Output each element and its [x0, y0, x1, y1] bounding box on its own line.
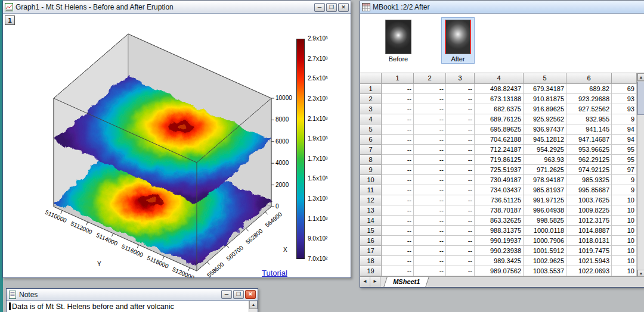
table-cell[interactable]: 10: [612, 216, 637, 226]
table-cell[interactable]: --: [414, 84, 446, 94]
table-cell[interactable]: 10: [612, 236, 637, 246]
table-cell[interactable]: --: [446, 216, 475, 226]
row-header[interactable]: 17: [360, 246, 382, 256]
thumbnail-before[interactable]: Before: [383, 20, 414, 63]
table-cell[interactable]: --: [446, 124, 475, 135]
table-cell[interactable]: 1021.5943: [566, 256, 612, 266]
table-cell[interactable]: 682.6375: [475, 104, 524, 114]
table-cell[interactable]: 712.24187: [475, 145, 524, 155]
table-cell[interactable]: 69: [612, 84, 637, 94]
matrix-window-titlebar[interactable]: MBook1 :2/2 After: [360, 1, 644, 14]
column-header[interactable]: [612, 73, 637, 84]
table-cell[interactable]: 1003.7625: [566, 195, 612, 205]
table-cell[interactable]: --: [382, 236, 414, 246]
table-cell[interactable]: 925.92562: [524, 114, 566, 124]
table-cell[interactable]: --: [446, 266, 475, 276]
column-header[interactable]: 4: [475, 73, 524, 84]
table-cell[interactable]: 945.12812: [524, 135, 566, 145]
table-cell[interactable]: --: [414, 266, 446, 276]
table-cell[interactable]: --: [382, 94, 414, 104]
table-cell[interactable]: --: [382, 246, 414, 256]
table-cell[interactable]: 962.29125: [566, 155, 612, 165]
table-cell[interactable]: --: [414, 246, 446, 256]
table-cell[interactable]: --: [446, 246, 475, 256]
row-header[interactable]: 5: [360, 124, 382, 135]
notes-window-titlebar[interactable]: Notes ─ ❐ ✕: [7, 289, 258, 301]
table-cell[interactable]: --: [446, 175, 475, 185]
row-header[interactable]: 6: [360, 135, 382, 145]
table-cell[interactable]: 1014.8887: [566, 226, 612, 236]
scroll-up-button[interactable]: ▲: [249, 301, 258, 309]
table-cell[interactable]: 974.92125: [566, 165, 612, 175]
row-header[interactable]: 10: [360, 175, 382, 185]
table-cell[interactable]: --: [446, 195, 475, 205]
table-cell[interactable]: 679.34187: [524, 84, 566, 94]
table-cell[interactable]: --: [446, 114, 475, 124]
table-cell[interactable]: --: [382, 266, 414, 276]
table-cell[interactable]: 93: [612, 94, 637, 104]
table-cell[interactable]: --: [414, 155, 446, 165]
table-cell[interactable]: 1002.9625: [524, 256, 566, 266]
tab-scroll-left-icon[interactable]: ◄: [360, 277, 370, 287]
row-header[interactable]: 14: [360, 216, 382, 226]
table-cell[interactable]: --: [382, 175, 414, 185]
thumbnail-after[interactable]: After: [441, 17, 475, 64]
table-cell[interactable]: --: [446, 205, 475, 216]
table-cell[interactable]: --: [414, 135, 446, 145]
table-cell[interactable]: 95: [612, 155, 637, 165]
table-cell[interactable]: --: [446, 84, 475, 94]
table-cell[interactable]: 725.51937: [475, 165, 524, 175]
table-cell[interactable]: --: [414, 104, 446, 114]
notes-scrollbar[interactable]: ▲: [249, 301, 258, 312]
row-header[interactable]: 12: [360, 195, 382, 205]
table-cell[interactable]: 990.19937: [475, 236, 524, 246]
notes-editor[interactable]: Data is of Mt St. Helens before and afte…: [7, 301, 258, 312]
table-cell[interactable]: 916.89625: [524, 104, 566, 114]
table-cell[interactable]: 10: [612, 205, 637, 216]
table-cell[interactable]: 734.03437: [475, 185, 524, 195]
thumbnail-before-image[interactable]: [385, 20, 411, 54]
thumbnail-after-image[interactable]: [445, 20, 471, 54]
row-header[interactable]: 19: [360, 266, 382, 276]
table-cell[interactable]: 1012.3175: [566, 216, 612, 226]
table-cell[interactable]: 9: [612, 114, 637, 124]
restore-button[interactable]: ❐: [233, 290, 244, 299]
table-cell[interactable]: 10: [612, 256, 637, 266]
table-cell[interactable]: --: [382, 84, 414, 94]
table-cell[interactable]: --: [446, 145, 475, 155]
table-cell[interactable]: --: [414, 226, 446, 236]
table-cell[interactable]: --: [414, 94, 446, 104]
table-cell[interactable]: 978.94187: [524, 175, 566, 185]
column-header[interactable]: 5: [524, 73, 566, 84]
table-cell[interactable]: 738.70187: [475, 205, 524, 216]
table-cell[interactable]: 985.9325: [566, 175, 612, 185]
table-cell[interactable]: --: [414, 175, 446, 185]
layer-1-badge[interactable]: 1: [5, 15, 15, 25]
table-cell[interactable]: --: [414, 236, 446, 246]
table-cell[interactable]: 995.85687: [566, 185, 612, 195]
table-cell[interactable]: 695.89625: [475, 124, 524, 135]
table-cell[interactable]: 498.82437: [475, 84, 524, 94]
table-cell[interactable]: 94: [612, 135, 637, 145]
table-cell[interactable]: --: [446, 94, 475, 104]
table-cell[interactable]: 9: [612, 175, 637, 185]
table-cell[interactable]: 998.5825: [524, 216, 566, 226]
table-cell[interactable]: --: [414, 145, 446, 155]
table-cell[interactable]: 963.93: [524, 155, 566, 165]
table-cell[interactable]: 996.04938: [524, 205, 566, 216]
table-cell[interactable]: --: [446, 155, 475, 165]
table-cell[interactable]: --: [382, 226, 414, 236]
table-cell[interactable]: 1000.7906: [524, 236, 566, 246]
table-cell[interactable]: 954.2925: [524, 145, 566, 155]
table-cell[interactable]: 10: [612, 195, 637, 205]
table-cell[interactable]: 932.955: [566, 114, 612, 124]
table-cell[interactable]: --: [382, 185, 414, 195]
table-cell[interactable]: 989.3425: [475, 256, 524, 266]
table-cell[interactable]: 927.52562: [566, 104, 612, 114]
table-cell[interactable]: --: [382, 256, 414, 266]
table-cell[interactable]: --: [446, 256, 475, 266]
table-cell[interactable]: 991.97125: [524, 195, 566, 205]
column-header[interactable]: 1: [382, 73, 414, 84]
table-cell[interactable]: 704.62188: [475, 135, 524, 145]
table-cell[interactable]: 673.13188: [475, 94, 524, 104]
